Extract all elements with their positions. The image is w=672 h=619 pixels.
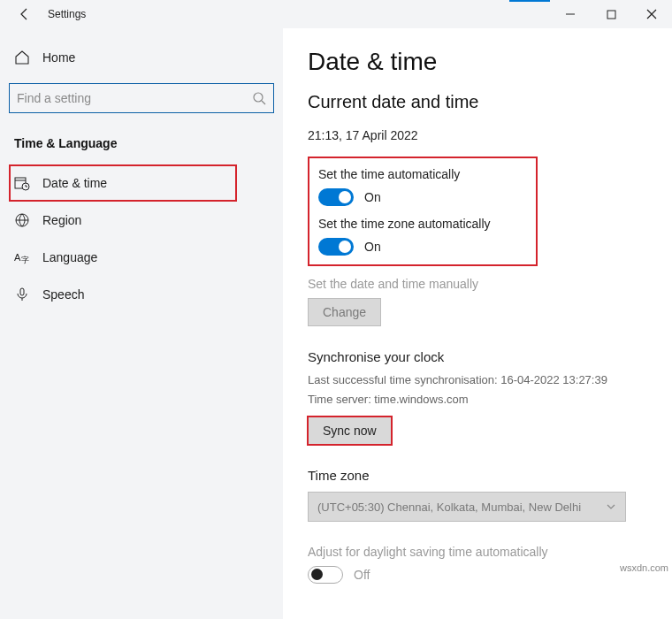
- auto-tz-label: Set the time zone automatically: [318, 217, 527, 231]
- search-icon: [252, 91, 266, 105]
- sidebar-item-speech[interactable]: Speech: [9, 276, 274, 313]
- dst-label: Adjust for daylight saving time automati…: [308, 545, 647, 559]
- dst-toggle: [308, 566, 343, 584]
- sidebar-item-label: Date & time: [42, 176, 107, 190]
- auto-time-label: Set the time automatically: [318, 167, 527, 181]
- watermark: wsxdn.com: [620, 562, 668, 573]
- section-current-datetime: Current date and time: [308, 92, 647, 112]
- sidebar-item-label: Speech: [42, 287, 84, 302]
- current-datetime-value: 21:13, 17 April 2022: [308, 128, 647, 142]
- timezone-value: (UTC+05:30) Chennai, Kolkata, Mumbai, Ne…: [317, 501, 581, 514]
- auto-tz-toggle[interactable]: [318, 238, 354, 256]
- svg-rect-1: [607, 11, 615, 19]
- svg-rect-10: [20, 288, 24, 295]
- auto-tz-state: On: [364, 240, 381, 254]
- home-icon: [14, 50, 30, 65]
- calendar-clock-icon: [14, 175, 30, 191]
- search-input[interactable]: [17, 91, 252, 105]
- timezone-heading: Time zone: [308, 468, 647, 483]
- maximize-button[interactable]: [591, 0, 631, 28]
- manual-datetime-label: Set the date and time manually: [308, 277, 647, 291]
- sidebar-item-label: Region: [42, 213, 81, 227]
- auto-time-toggle[interactable]: [318, 188, 354, 206]
- globe-icon: [14, 212, 30, 228]
- minimize-button[interactable]: [550, 0, 591, 28]
- back-button[interactable]: [14, 4, 35, 25]
- auto-time-state: On: [364, 190, 381, 204]
- category-header: Time & Language: [9, 133, 274, 164]
- highlight-group-auto: Set the time automatically On Set the ti…: [308, 157, 538, 266]
- sidebar-item-language[interactable]: A字 Language: [9, 239, 274, 276]
- page-title: Date & time: [308, 48, 647, 76]
- svg-line-3: [262, 101, 265, 104]
- sync-last-info: Last successful time synchronisation: 16…: [308, 371, 647, 389]
- sidebar: Home Time & Language Date & time Region …: [0, 28, 283, 619]
- sync-now-button[interactable]: Sync now: [308, 416, 392, 445]
- home-link[interactable]: Home: [9, 44, 274, 71]
- sidebar-item-label: Language: [42, 250, 97, 264]
- svg-text:A: A: [14, 252, 21, 263]
- titlebar: Settings: [0, 0, 672, 28]
- sync-server-info: Time server: time.windows.com: [308, 391, 647, 409]
- sidebar-item-date-time[interactable]: Date & time: [9, 164, 237, 202]
- chevron-down-icon: [606, 501, 616, 512]
- change-button: Change: [308, 298, 381, 326]
- microphone-icon: [14, 287, 30, 302]
- language-icon: A字: [14, 249, 30, 265]
- home-label: Home: [42, 50, 75, 65]
- svg-text:字: 字: [21, 256, 29, 264]
- accent-strip: [509, 0, 550, 2]
- sync-heading: Synchronise your clock: [308, 349, 647, 364]
- window-title: Settings: [48, 8, 86, 20]
- search-box[interactable]: [9, 83, 274, 113]
- svg-point-2: [254, 93, 263, 102]
- main-content: Date & time Current date and time 21:13,…: [283, 28, 672, 619]
- sidebar-item-region[interactable]: Region: [9, 202, 274, 239]
- close-button[interactable]: [631, 0, 672, 28]
- timezone-dropdown: (UTC+05:30) Chennai, Kolkata, Mumbai, Ne…: [308, 492, 626, 522]
- dst-state: Off: [354, 568, 370, 582]
